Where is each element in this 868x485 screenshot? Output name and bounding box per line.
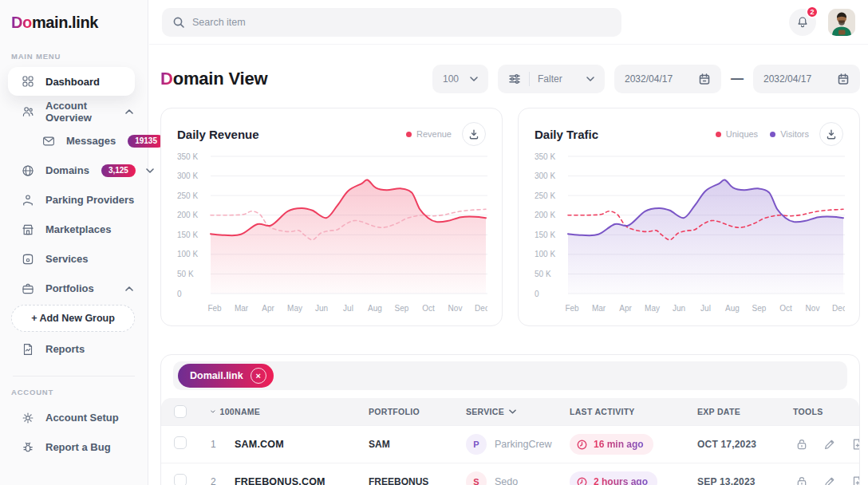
globe-icon bbox=[21, 164, 35, 178]
chevron-down-icon bbox=[509, 409, 516, 414]
page-size-select[interactable]: 100 bbox=[432, 65, 488, 93]
add-note-icon[interactable] bbox=[849, 473, 860, 485]
legend-item[interactable]: Visitors bbox=[770, 129, 809, 139]
svg-text:May: May bbox=[287, 304, 302, 313]
svg-text:Mar: Mar bbox=[235, 304, 249, 313]
lock-icon[interactable] bbox=[793, 436, 811, 453]
download-icon bbox=[468, 128, 479, 140]
header-cell-count[interactable]: 100 bbox=[211, 407, 235, 416]
page-head: Domain View 100 Falter 2032/04/17 — bbox=[160, 65, 860, 93]
svg-text:300 K: 300 K bbox=[177, 172, 198, 180]
download-button[interactable] bbox=[819, 122, 843, 146]
last-activity-cell: 2 hours ago bbox=[570, 471, 697, 485]
sidebar: Domain.link MAIN MENU Dashboard Account … bbox=[0, 0, 148, 485]
sidebar-item-label: Dashboard bbox=[45, 76, 100, 88]
app-window: Domain.link MAIN MENU Dashboard Account … bbox=[0, 0, 868, 485]
close-icon[interactable]: × bbox=[251, 368, 266, 384]
sidebar-item-account-overview[interactable]: Account Overview bbox=[0, 97, 148, 126]
sidebar-divider bbox=[13, 376, 135, 377]
sidebar-item-parking-providers[interactable]: Parking Providers bbox=[0, 185, 148, 215]
svg-text:Dec: Dec bbox=[475, 304, 487, 313]
svg-text:100 K: 100 K bbox=[535, 250, 555, 258]
sidebar-item-messages[interactable]: Messages 19135 bbox=[0, 126, 148, 156]
sidebar-item-label: Reports bbox=[45, 343, 85, 355]
chart-header: Daily Trafic UniquesVisitors bbox=[535, 122, 843, 146]
table-row[interactable]: 1 SAM.COM SAM P ParkingCrew 16 min ago O… bbox=[161, 425, 859, 463]
add-note-icon[interactable] bbox=[849, 436, 860, 453]
svg-text:Dec: Dec bbox=[832, 304, 845, 313]
chart-canvas: 350 K300 K250 K200 K150 K100 K50 K0FebMa… bbox=[535, 150, 845, 314]
portfolio-name: SAM bbox=[369, 439, 466, 450]
svg-text:May: May bbox=[645, 304, 660, 313]
search-input[interactable] bbox=[192, 17, 611, 28]
filter-chip[interactable]: Domail.link × bbox=[178, 364, 274, 388]
legend-label: Uniques bbox=[726, 129, 758, 139]
last-activity-text: 2 hours ago bbox=[594, 476, 648, 485]
select-all-checkbox[interactable] bbox=[174, 405, 187, 418]
portfolio-name: FREEBONUS bbox=[369, 476, 466, 485]
sidebar-item-report-a-bug[interactable]: Report a Bug bbox=[0, 432, 148, 462]
filter-select[interactable]: Falter bbox=[498, 65, 605, 93]
avatar[interactable] bbox=[828, 9, 855, 36]
lock-icon[interactable] bbox=[793, 473, 811, 485]
header-cell-service[interactable]: SERVICE bbox=[466, 407, 570, 416]
table-row[interactable]: 2 FREEBONUS.COM FREEBONUS S Sedo 2 hours… bbox=[161, 463, 859, 485]
logo-rest: main.link bbox=[32, 14, 98, 31]
date-to-picker[interactable]: 2032/04/17 bbox=[753, 65, 860, 93]
date-from-picker[interactable]: 2032/04/17 bbox=[614, 65, 721, 93]
coin-hand-icon bbox=[21, 193, 35, 207]
sidebar-item-label: Portfolios bbox=[45, 282, 94, 294]
sidebar-item-label: Parking Providers bbox=[45, 194, 134, 206]
svg-text:Apr: Apr bbox=[262, 304, 274, 313]
svg-text:Jun: Jun bbox=[315, 304, 328, 313]
search-bar[interactable] bbox=[162, 8, 621, 37]
row-checkbox[interactable] bbox=[174, 474, 187, 485]
svg-text:250 K: 250 K bbox=[535, 191, 555, 200]
logo[interactable]: Domain.link bbox=[0, 0, 148, 32]
svg-text:350 K: 350 K bbox=[535, 152, 555, 161]
service-name: Sedo bbox=[495, 476, 518, 485]
dashboard-icon bbox=[21, 74, 35, 89]
legend-label: Revenue bbox=[416, 129, 452, 139]
svg-text:Apr: Apr bbox=[619, 304, 632, 313]
calendar-icon bbox=[837, 73, 850, 85]
exp-date: SEP 13,2023 bbox=[697, 476, 793, 485]
edit-icon[interactable] bbox=[821, 436, 838, 453]
briefcase-icon bbox=[21, 282, 35, 296]
chart-title: Daily Revenue bbox=[177, 128, 259, 141]
legend-item[interactable]: Revenue bbox=[406, 129, 452, 139]
daily-revenue-card: Daily Revenue Revenue 350 K300 K250 K200… bbox=[160, 108, 503, 326]
svg-text:Nov: Nov bbox=[806, 304, 820, 313]
page-size-value: 100 bbox=[443, 73, 459, 85]
notification-badge: 2 bbox=[806, 6, 819, 18]
edit-icon[interactable] bbox=[821, 473, 838, 485]
svg-text:200 K: 200 K bbox=[535, 211, 555, 219]
sidebar-item-services[interactable]: Services bbox=[0, 244, 148, 274]
add-new-group-button[interactable]: + Add New Group bbox=[11, 305, 135, 332]
svg-text:0: 0 bbox=[535, 290, 539, 298]
notifications-button[interactable]: 2 bbox=[789, 9, 816, 36]
legend-item[interactable]: Uniques bbox=[716, 129, 758, 139]
svg-text:150 K: 150 K bbox=[177, 231, 198, 239]
download-button[interactable] bbox=[462, 122, 486, 146]
row-checkbox[interactable] bbox=[174, 436, 187, 449]
avatar-image bbox=[828, 9, 855, 36]
sidebar-item-domains[interactable]: Domains 3,125 bbox=[0, 156, 148, 185]
svg-text:Mar: Mar bbox=[592, 304, 606, 313]
chevron-up-icon[interactable] bbox=[125, 109, 133, 114]
sidebar-item-account-setup[interactable]: Account Setup bbox=[0, 403, 148, 432]
sidebar-item-label: Account Setup bbox=[45, 412, 119, 424]
sidebar-item-reports[interactable]: Reports bbox=[0, 334, 148, 364]
sidebar-item-marketplaces[interactable]: Marketplaces bbox=[0, 215, 148, 244]
domain-name: SAM.COM bbox=[235, 439, 369, 450]
row-number: 1 bbox=[211, 439, 235, 450]
filter-chip-label: Domail.link bbox=[190, 370, 243, 381]
logo-accent: Do bbox=[11, 14, 32, 31]
svg-text:200 K: 200 K bbox=[177, 211, 198, 219]
sidebar-item-dashboard[interactable]: Dashboard bbox=[8, 67, 135, 96]
legend-label: Visitors bbox=[780, 129, 809, 139]
chevron-up-icon[interactable] bbox=[125, 286, 133, 291]
package-icon bbox=[21, 252, 35, 266]
sidebar-item-portfolios[interactable]: Portfolios bbox=[0, 274, 148, 303]
svg-text:Jul: Jul bbox=[343, 304, 353, 313]
